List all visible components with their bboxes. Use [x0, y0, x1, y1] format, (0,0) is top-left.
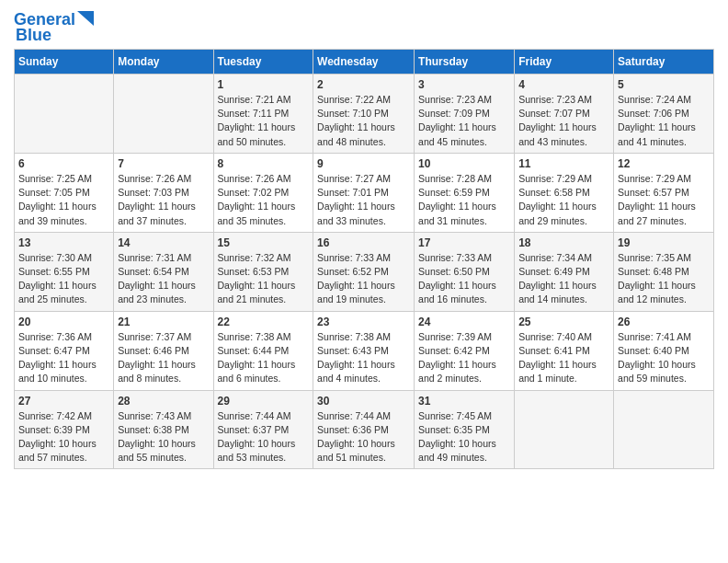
calendar-week-row: 27Sunrise: 7:42 AM Sunset: 6:39 PM Dayli… [15, 390, 714, 469]
calendar-cell: 12Sunrise: 7:29 AM Sunset: 6:57 PM Dayli… [614, 153, 714, 232]
cell-content: Sunrise: 7:41 AM Sunset: 6:40 PM Dayligh… [618, 330, 710, 386]
calendar-cell: 14Sunrise: 7:31 AM Sunset: 6:54 PM Dayli… [114, 232, 213, 311]
day-number: 15 [218, 236, 310, 249]
day-number: 1 [218, 78, 310, 91]
day-number: 6 [18, 157, 109, 170]
calendar-cell: 26Sunrise: 7:41 AM Sunset: 6:40 PM Dayli… [614, 311, 714, 390]
day-of-week-header: Friday [515, 50, 614, 75]
day-number: 21 [118, 316, 209, 328]
logo: General Blue [14, 9, 94, 43]
cell-content: Sunrise: 7:38 AM Sunset: 6:43 PM Dayligh… [317, 330, 410, 386]
cell-content: Sunrise: 7:26 AM Sunset: 7:02 PM Dayligh… [218, 172, 310, 228]
calendar-cell [614, 390, 714, 469]
calendar-cell: 30Sunrise: 7:44 AM Sunset: 6:36 PM Dayli… [313, 390, 415, 469]
calendar-cell: 15Sunrise: 7:32 AM Sunset: 6:53 PM Dayli… [213, 232, 313, 311]
calendar-week-row: 20Sunrise: 7:36 AM Sunset: 6:47 PM Dayli… [15, 311, 714, 390]
calendar-cell: 6Sunrise: 7:25 AM Sunset: 7:05 PM Daylig… [15, 153, 114, 232]
calendar-week-row: 13Sunrise: 7:30 AM Sunset: 6:55 PM Dayli… [15, 232, 714, 311]
day-number: 11 [518, 157, 609, 170]
cell-content: Sunrise: 7:32 AM Sunset: 6:53 PM Dayligh… [218, 251, 310, 307]
calendar-cell: 22Sunrise: 7:38 AM Sunset: 6:44 PM Dayli… [213, 311, 313, 390]
calendar-cell: 16Sunrise: 7:33 AM Sunset: 6:52 PM Dayli… [313, 232, 415, 311]
day-number: 27 [18, 395, 109, 408]
day-number: 13 [18, 236, 109, 249]
cell-content: Sunrise: 7:26 AM Sunset: 7:03 PM Dayligh… [118, 172, 209, 228]
day-number: 24 [418, 316, 510, 328]
cell-content: Sunrise: 7:21 AM Sunset: 7:11 PM Dayligh… [218, 93, 310, 149]
calendar-cell: 8Sunrise: 7:26 AM Sunset: 7:02 PM Daylig… [213, 153, 313, 232]
cell-content: Sunrise: 7:44 AM Sunset: 6:37 PM Dayligh… [218, 409, 310, 465]
calendar-cell: 4Sunrise: 7:23 AM Sunset: 7:07 PM Daylig… [515, 75, 614, 154]
day-number: 10 [418, 157, 510, 170]
calendar-cell: 11Sunrise: 7:29 AM Sunset: 6:58 PM Dayli… [515, 153, 614, 232]
calendar-cell: 27Sunrise: 7:42 AM Sunset: 6:39 PM Dayli… [15, 390, 114, 469]
day-number: 25 [518, 316, 609, 328]
day-number: 4 [518, 78, 609, 91]
cell-content: Sunrise: 7:23 AM Sunset: 7:07 PM Dayligh… [518, 93, 609, 149]
calendar-cell: 29Sunrise: 7:44 AM Sunset: 6:37 PM Dayli… [213, 390, 313, 469]
cell-content: Sunrise: 7:45 AM Sunset: 6:35 PM Dayligh… [418, 409, 510, 465]
day-number: 28 [118, 395, 209, 408]
cell-content: Sunrise: 7:35 AM Sunset: 6:48 PM Dayligh… [618, 251, 710, 307]
day-of-week-header: Tuesday [213, 50, 313, 75]
cell-content: Sunrise: 7:28 AM Sunset: 6:59 PM Dayligh… [418, 172, 510, 228]
cell-content: Sunrise: 7:22 AM Sunset: 7:10 PM Dayligh… [317, 93, 410, 149]
cell-content: Sunrise: 7:24 AM Sunset: 7:06 PM Dayligh… [618, 93, 710, 149]
day-number: 14 [118, 236, 209, 249]
cell-content: Sunrise: 7:29 AM Sunset: 6:58 PM Dayligh… [518, 172, 609, 228]
day-number: 17 [418, 236, 510, 249]
day-number: 3 [418, 78, 510, 91]
day-number: 2 [317, 78, 410, 91]
calendar-cell: 24Sunrise: 7:39 AM Sunset: 6:42 PM Dayli… [415, 311, 515, 390]
calendar-header-row: SundayMondayTuesdayWednesdayThursdayFrid… [15, 50, 714, 75]
cell-content: Sunrise: 7:42 AM Sunset: 6:39 PM Dayligh… [18, 409, 109, 465]
day-number: 16 [317, 236, 410, 249]
day-number: 7 [118, 157, 209, 170]
calendar-cell: 23Sunrise: 7:38 AM Sunset: 6:43 PM Dayli… [313, 311, 415, 390]
calendar-table: SundayMondayTuesdayWednesdayThursdayFrid… [14, 49, 714, 469]
cell-content: Sunrise: 7:29 AM Sunset: 6:57 PM Dayligh… [618, 172, 710, 228]
cell-content: Sunrise: 7:31 AM Sunset: 6:54 PM Dayligh… [118, 251, 209, 307]
calendar-week-row: 1Sunrise: 7:21 AM Sunset: 7:11 PM Daylig… [15, 75, 714, 154]
day-number: 29 [218, 395, 310, 408]
day-number: 9 [317, 157, 410, 170]
calendar-cell [15, 75, 114, 154]
cell-content: Sunrise: 7:30 AM Sunset: 6:55 PM Dayligh… [18, 251, 109, 307]
calendar-cell: 5Sunrise: 7:24 AM Sunset: 7:06 PM Daylig… [614, 75, 714, 154]
cell-content: Sunrise: 7:27 AM Sunset: 7:01 PM Dayligh… [317, 172, 410, 228]
cell-content: Sunrise: 7:44 AM Sunset: 6:36 PM Dayligh… [317, 409, 410, 465]
calendar-cell: 17Sunrise: 7:33 AM Sunset: 6:50 PM Dayli… [415, 232, 515, 311]
logo-blue-text: Blue [16, 27, 51, 43]
day-number: 30 [317, 395, 410, 408]
calendar-cell: 7Sunrise: 7:26 AM Sunset: 7:03 PM Daylig… [114, 153, 213, 232]
cell-content: Sunrise: 7:43 AM Sunset: 6:38 PM Dayligh… [118, 409, 209, 465]
cell-content: Sunrise: 7:37 AM Sunset: 6:46 PM Dayligh… [118, 330, 209, 386]
calendar-body: 1Sunrise: 7:21 AM Sunset: 7:11 PM Daylig… [15, 75, 714, 469]
cell-content: Sunrise: 7:34 AM Sunset: 6:49 PM Dayligh… [518, 251, 609, 307]
calendar-cell [114, 75, 213, 154]
cell-content: Sunrise: 7:36 AM Sunset: 6:47 PM Dayligh… [18, 330, 109, 386]
page-header: General Blue [14, 9, 714, 43]
day-number: 5 [618, 78, 710, 91]
cell-content: Sunrise: 7:33 AM Sunset: 6:52 PM Dayligh… [317, 251, 410, 307]
calendar-week-row: 6Sunrise: 7:25 AM Sunset: 7:05 PM Daylig… [15, 153, 714, 232]
calendar-cell: 13Sunrise: 7:30 AM Sunset: 6:55 PM Dayli… [15, 232, 114, 311]
day-number: 22 [218, 316, 310, 328]
day-number: 26 [618, 316, 710, 328]
day-of-week-header: Sunday [15, 50, 114, 75]
calendar-cell: 21Sunrise: 7:37 AM Sunset: 6:46 PM Dayli… [114, 311, 213, 390]
day-number: 19 [618, 236, 710, 249]
calendar-cell: 19Sunrise: 7:35 AM Sunset: 6:48 PM Dayli… [614, 232, 714, 311]
svg-marker-0 [77, 11, 94, 26]
logo-arrow-icon [77, 11, 94, 26]
calendar-cell [515, 390, 614, 469]
cell-content: Sunrise: 7:23 AM Sunset: 7:09 PM Dayligh… [418, 93, 510, 149]
day-of-week-header: Monday [114, 50, 213, 75]
calendar-cell: 2Sunrise: 7:22 AM Sunset: 7:10 PM Daylig… [313, 75, 415, 154]
calendar-cell: 1Sunrise: 7:21 AM Sunset: 7:11 PM Daylig… [213, 75, 313, 154]
logo-text: General [14, 11, 75, 28]
calendar-cell: 10Sunrise: 7:28 AM Sunset: 6:59 PM Dayli… [415, 153, 515, 232]
day-of-week-header: Thursday [415, 50, 515, 75]
day-number: 12 [618, 157, 710, 170]
cell-content: Sunrise: 7:25 AM Sunset: 7:05 PM Dayligh… [18, 172, 109, 228]
